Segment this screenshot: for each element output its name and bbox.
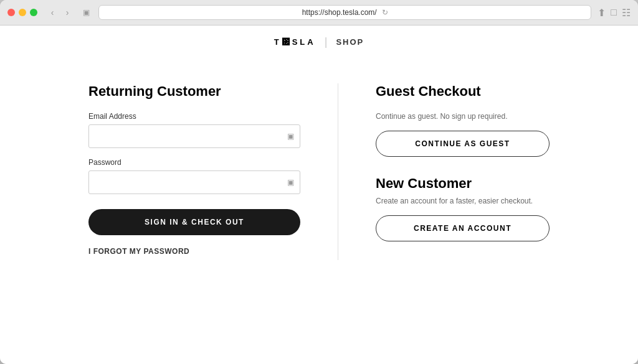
reload-icon[interactable]: ↻ (382, 8, 388, 17)
password-label: Password (88, 158, 300, 167)
returning-customer-title: Returning Customer (88, 83, 300, 100)
bookmark-icon[interactable]: □ (611, 7, 617, 18)
password-input-icon: ▣ (287, 178, 294, 187)
page: T᲌SLA | SHOP Returning Customer Email Ad… (0, 26, 638, 364)
tesla-logo: T᲌SLA (274, 37, 316, 47)
new-customer-title: New Customer (376, 175, 550, 192)
toolbar-actions: ⬆ □ ☷ (598, 7, 631, 19)
browser-chrome: ‹ › ▣ https://shop.tesla.com/ ↻ ⬆ □ ☷ (0, 0, 638, 26)
address-bar[interactable]: https://shop.tesla.com/ ↻ (98, 5, 591, 20)
main-content: Returning Customer Email Address ▣ Passw… (0, 58, 638, 285)
guest-checkout-subtitle: Continue as guest. No sign up required. (376, 112, 550, 121)
share-icon[interactable]: ⬆ (598, 7, 606, 19)
returning-customer-panel: Returning Customer Email Address ▣ Passw… (88, 83, 300, 260)
site-header: T᲌SLA | SHOP (0, 26, 638, 58)
nav-buttons: ‹ › (46, 6, 74, 19)
password-input-wrapper: ▣ (88, 170, 300, 194)
shop-label: SHOP (336, 37, 364, 47)
email-input-icon: ▣ (287, 132, 294, 141)
traffic-lights (7, 9, 37, 16)
email-label: Email Address (88, 112, 300, 121)
new-customer-section: New Customer Create an account for a fas… (376, 175, 550, 260)
guest-checkout-title: Guest Checkout (376, 83, 550, 100)
minimize-button[interactable] (19, 9, 26, 16)
password-input[interactable] (88, 170, 300, 194)
reader-button[interactable]: ▣ (80, 6, 92, 19)
guest-checkout-section: Guest Checkout Continue as guest. No sig… (376, 83, 550, 175)
maximize-button[interactable] (30, 9, 37, 16)
logo-divider: | (325, 35, 328, 49)
url-text: https://shop.tesla.com/ (302, 8, 377, 17)
continue-as-guest-button[interactable]: CONTINUE AS GUEST (376, 131, 550, 157)
forward-button[interactable]: › (61, 6, 74, 19)
sign-in-checkout-button[interactable]: SIGN IN & CHECK OUT (88, 209, 300, 235)
email-input[interactable] (88, 124, 300, 148)
back-button[interactable]: ‹ (46, 6, 59, 19)
browser-content: T᲌SLA | SHOP Returning Customer Email Ad… (0, 26, 638, 364)
close-button[interactable] (7, 9, 15, 16)
logo-area: T᲌SLA | SHOP (274, 35, 364, 49)
forgot-password-link[interactable]: I FORGOT MY PASSWORD (88, 247, 189, 256)
right-panel: Guest Checkout Continue as guest. No sig… (338, 83, 550, 260)
browser-window: ‹ › ▣ https://shop.tesla.com/ ↻ ⬆ □ ☷ T᲌… (0, 0, 638, 364)
sidebar-icon[interactable]: ☷ (622, 7, 631, 19)
email-input-wrapper: ▣ (88, 124, 300, 148)
new-customer-subtitle: Create an account for a faster, easier c… (376, 197, 550, 205)
create-account-button[interactable]: CREATE AN ACCOUNT (376, 215, 550, 241)
